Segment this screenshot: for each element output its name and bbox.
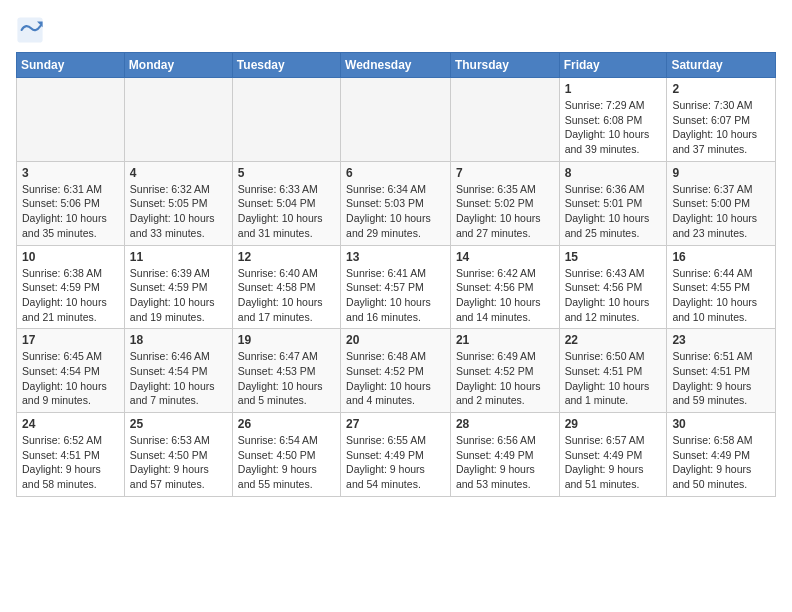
calendar-cell: 14Sunrise: 6:42 AM Sunset: 4:56 PM Dayli… <box>450 245 559 329</box>
day-number: 12 <box>238 250 335 264</box>
day-number: 10 <box>22 250 119 264</box>
calendar-cell: 6Sunrise: 6:34 AM Sunset: 5:03 PM Daylig… <box>341 161 451 245</box>
day-number: 18 <box>130 333 227 347</box>
day-info: Sunrise: 6:39 AM Sunset: 4:59 PM Dayligh… <box>130 266 227 325</box>
day-number: 3 <box>22 166 119 180</box>
calendar-cell: 10Sunrise: 6:38 AM Sunset: 4:59 PM Dayli… <box>17 245 125 329</box>
day-number: 28 <box>456 417 554 431</box>
day-number: 2 <box>672 82 770 96</box>
calendar-cell: 11Sunrise: 6:39 AM Sunset: 4:59 PM Dayli… <box>124 245 232 329</box>
day-info: Sunrise: 6:43 AM Sunset: 4:56 PM Dayligh… <box>565 266 662 325</box>
weekday-header-monday: Monday <box>124 53 232 78</box>
calendar-body: 1Sunrise: 7:29 AM Sunset: 6:08 PM Daylig… <box>17 78 776 497</box>
day-number: 30 <box>672 417 770 431</box>
day-number: 1 <box>565 82 662 96</box>
day-number: 22 <box>565 333 662 347</box>
weekday-header-wednesday: Wednesday <box>341 53 451 78</box>
day-info: Sunrise: 7:30 AM Sunset: 6:07 PM Dayligh… <box>672 98 770 157</box>
day-info: Sunrise: 6:36 AM Sunset: 5:01 PM Dayligh… <box>565 182 662 241</box>
calendar-week-2: 10Sunrise: 6:38 AM Sunset: 4:59 PM Dayli… <box>17 245 776 329</box>
day-number: 15 <box>565 250 662 264</box>
calendar-header: SundayMondayTuesdayWednesdayThursdayFrid… <box>17 53 776 78</box>
calendar-cell: 5Sunrise: 6:33 AM Sunset: 5:04 PM Daylig… <box>232 161 340 245</box>
day-info: Sunrise: 6:56 AM Sunset: 4:49 PM Dayligh… <box>456 433 554 492</box>
weekday-header-thursday: Thursday <box>450 53 559 78</box>
calendar-cell <box>450 78 559 162</box>
calendar-cell: 3Sunrise: 6:31 AM Sunset: 5:06 PM Daylig… <box>17 161 125 245</box>
logo-icon <box>16 16 44 44</box>
day-info: Sunrise: 6:34 AM Sunset: 5:03 PM Dayligh… <box>346 182 445 241</box>
calendar-week-4: 24Sunrise: 6:52 AM Sunset: 4:51 PM Dayli… <box>17 413 776 497</box>
day-number: 29 <box>565 417 662 431</box>
calendar-cell <box>341 78 451 162</box>
day-info: Sunrise: 6:41 AM Sunset: 4:57 PM Dayligh… <box>346 266 445 325</box>
day-number: 26 <box>238 417 335 431</box>
calendar-cell: 12Sunrise: 6:40 AM Sunset: 4:58 PM Dayli… <box>232 245 340 329</box>
calendar-cell <box>232 78 340 162</box>
day-number: 23 <box>672 333 770 347</box>
calendar-cell: 2Sunrise: 7:30 AM Sunset: 6:07 PM Daylig… <box>667 78 776 162</box>
calendar-table: SundayMondayTuesdayWednesdayThursdayFrid… <box>16 52 776 497</box>
day-info: Sunrise: 6:45 AM Sunset: 4:54 PM Dayligh… <box>22 349 119 408</box>
calendar-cell: 30Sunrise: 6:58 AM Sunset: 4:49 PM Dayli… <box>667 413 776 497</box>
day-info: Sunrise: 6:35 AM Sunset: 5:02 PM Dayligh… <box>456 182 554 241</box>
weekday-header-saturday: Saturday <box>667 53 776 78</box>
day-number: 11 <box>130 250 227 264</box>
day-info: Sunrise: 6:48 AM Sunset: 4:52 PM Dayligh… <box>346 349 445 408</box>
day-number: 21 <box>456 333 554 347</box>
calendar-cell <box>17 78 125 162</box>
page-header <box>16 16 776 44</box>
day-number: 9 <box>672 166 770 180</box>
weekday-header-sunday: Sunday <box>17 53 125 78</box>
calendar-cell: 26Sunrise: 6:54 AM Sunset: 4:50 PM Dayli… <box>232 413 340 497</box>
day-info: Sunrise: 6:46 AM Sunset: 4:54 PM Dayligh… <box>130 349 227 408</box>
logo <box>16 16 48 44</box>
day-info: Sunrise: 6:58 AM Sunset: 4:49 PM Dayligh… <box>672 433 770 492</box>
calendar-week-3: 17Sunrise: 6:45 AM Sunset: 4:54 PM Dayli… <box>17 329 776 413</box>
day-info: Sunrise: 6:51 AM Sunset: 4:51 PM Dayligh… <box>672 349 770 408</box>
day-info: Sunrise: 6:37 AM Sunset: 5:00 PM Dayligh… <box>672 182 770 241</box>
day-number: 19 <box>238 333 335 347</box>
calendar-cell: 17Sunrise: 6:45 AM Sunset: 4:54 PM Dayli… <box>17 329 125 413</box>
calendar-cell: 27Sunrise: 6:55 AM Sunset: 4:49 PM Dayli… <box>341 413 451 497</box>
calendar-cell: 23Sunrise: 6:51 AM Sunset: 4:51 PM Dayli… <box>667 329 776 413</box>
day-number: 16 <box>672 250 770 264</box>
calendar-cell: 29Sunrise: 6:57 AM Sunset: 4:49 PM Dayli… <box>559 413 667 497</box>
calendar-cell: 8Sunrise: 6:36 AM Sunset: 5:01 PM Daylig… <box>559 161 667 245</box>
day-info: Sunrise: 6:44 AM Sunset: 4:55 PM Dayligh… <box>672 266 770 325</box>
calendar-cell: 18Sunrise: 6:46 AM Sunset: 4:54 PM Dayli… <box>124 329 232 413</box>
calendar-cell: 22Sunrise: 6:50 AM Sunset: 4:51 PM Dayli… <box>559 329 667 413</box>
weekday-header-friday: Friday <box>559 53 667 78</box>
day-number: 27 <box>346 417 445 431</box>
day-number: 24 <box>22 417 119 431</box>
day-number: 6 <box>346 166 445 180</box>
day-number: 25 <box>130 417 227 431</box>
calendar-cell: 16Sunrise: 6:44 AM Sunset: 4:55 PM Dayli… <box>667 245 776 329</box>
calendar-cell: 19Sunrise: 6:47 AM Sunset: 4:53 PM Dayli… <box>232 329 340 413</box>
calendar-cell: 20Sunrise: 6:48 AM Sunset: 4:52 PM Dayli… <box>341 329 451 413</box>
calendar-cell: 24Sunrise: 6:52 AM Sunset: 4:51 PM Dayli… <box>17 413 125 497</box>
calendar-cell: 25Sunrise: 6:53 AM Sunset: 4:50 PM Dayli… <box>124 413 232 497</box>
day-info: Sunrise: 7:29 AM Sunset: 6:08 PM Dayligh… <box>565 98 662 157</box>
calendar-cell: 15Sunrise: 6:43 AM Sunset: 4:56 PM Dayli… <box>559 245 667 329</box>
day-info: Sunrise: 6:57 AM Sunset: 4:49 PM Dayligh… <box>565 433 662 492</box>
day-number: 7 <box>456 166 554 180</box>
day-info: Sunrise: 6:49 AM Sunset: 4:52 PM Dayligh… <box>456 349 554 408</box>
calendar-cell: 9Sunrise: 6:37 AM Sunset: 5:00 PM Daylig… <box>667 161 776 245</box>
day-number: 14 <box>456 250 554 264</box>
calendar-cell <box>124 78 232 162</box>
day-info: Sunrise: 6:40 AM Sunset: 4:58 PM Dayligh… <box>238 266 335 325</box>
calendar-cell: 7Sunrise: 6:35 AM Sunset: 5:02 PM Daylig… <box>450 161 559 245</box>
day-info: Sunrise: 6:52 AM Sunset: 4:51 PM Dayligh… <box>22 433 119 492</box>
weekday-header-row: SundayMondayTuesdayWednesdayThursdayFrid… <box>17 53 776 78</box>
day-number: 20 <box>346 333 445 347</box>
day-info: Sunrise: 6:55 AM Sunset: 4:49 PM Dayligh… <box>346 433 445 492</box>
day-info: Sunrise: 6:32 AM Sunset: 5:05 PM Dayligh… <box>130 182 227 241</box>
day-info: Sunrise: 6:53 AM Sunset: 4:50 PM Dayligh… <box>130 433 227 492</box>
day-info: Sunrise: 6:47 AM Sunset: 4:53 PM Dayligh… <box>238 349 335 408</box>
calendar-cell: 4Sunrise: 6:32 AM Sunset: 5:05 PM Daylig… <box>124 161 232 245</box>
day-info: Sunrise: 6:54 AM Sunset: 4:50 PM Dayligh… <box>238 433 335 492</box>
day-number: 8 <box>565 166 662 180</box>
day-info: Sunrise: 6:50 AM Sunset: 4:51 PM Dayligh… <box>565 349 662 408</box>
calendar-cell: 21Sunrise: 6:49 AM Sunset: 4:52 PM Dayli… <box>450 329 559 413</box>
